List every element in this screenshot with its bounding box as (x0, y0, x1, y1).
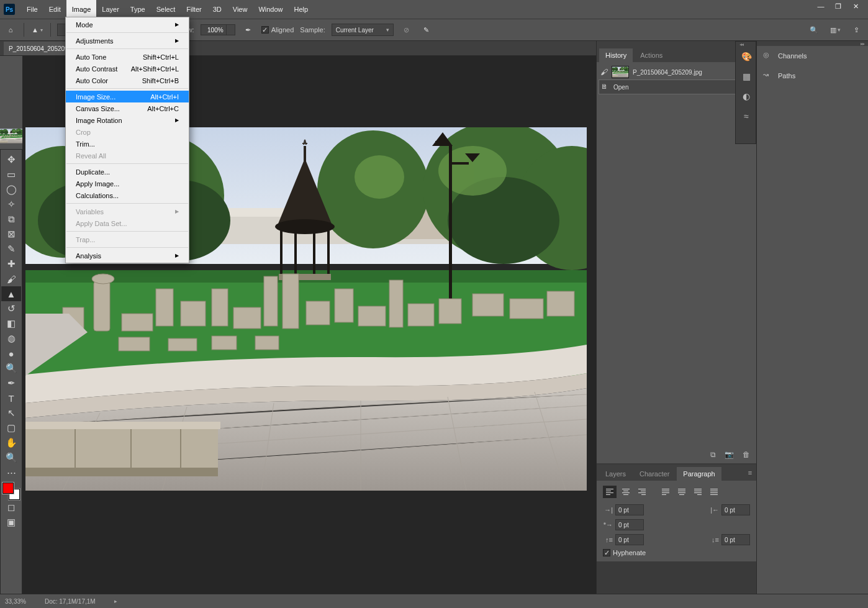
dodge-tool[interactable]: 🔍 (1, 361, 21, 376)
delete-state-icon[interactable]: 🗑 (743, 450, 750, 459)
clone-stamp-tool[interactable]: ▲ (1, 286, 21, 301)
tab-paragraph[interactable]: Paragraph (677, 467, 721, 481)
blur-tool[interactable]: ● (1, 346, 21, 361)
menu-type[interactable]: Type (125, 0, 151, 19)
tab-character[interactable]: Character (633, 467, 676, 481)
image-menu-canvas-size[interactable]: Canvas Size...Alt+Ctrl+C (66, 102, 189, 114)
quick-mask-toggle[interactable]: ◻ (1, 500, 21, 515)
search-icon[interactable]: 🔍 (807, 23, 821, 37)
magic-wand-tool[interactable]: ✧ (1, 197, 21, 212)
home-icon[interactable]: ⌂ (4, 23, 17, 37)
image-menu-adjustments[interactable]: Adjustments (66, 35, 189, 47)
collapsed-dock-expand-handle[interactable]: ◂◂ (736, 42, 756, 47)
styles-panel-icon[interactable]: ≈ (736, 106, 757, 126)
airbrush-icon[interactable]: ✒ (242, 23, 255, 37)
justify-all-button[interactable] (707, 486, 721, 498)
workspace-icon[interactable]: ▥▾ (828, 23, 842, 37)
image-menu-calculations[interactable]: Calculations... (66, 189, 189, 201)
align-left-button[interactable] (603, 486, 617, 498)
menu-view[interactable]: View (227, 0, 253, 19)
space-after-field[interactable]: 0 pt (721, 534, 750, 545)
justify-last-center-button[interactable] (675, 486, 689, 498)
hand-tool[interactable]: ✋ (1, 435, 21, 450)
image-menu-duplicate[interactable]: Duplicate... (66, 166, 189, 178)
menu-select[interactable]: Select (151, 0, 181, 19)
hyphenate-checkbox[interactable]: ✓ Hyphenate (603, 549, 750, 556)
paths-panel-button[interactable]: ↝ Paths (757, 66, 868, 86)
minimize-button[interactable]: — (812, 0, 830, 12)
menu-layer[interactable]: Layer (96, 0, 125, 19)
foreground-color[interactable] (2, 483, 14, 494)
image-menu-mode[interactable]: Mode (66, 19, 189, 30)
maximize-button[interactable]: ❐ (830, 0, 847, 12)
eraser-tool[interactable]: ◧ (1, 316, 21, 331)
tab-actions[interactable]: Actions (634, 48, 669, 62)
menu-file[interactable]: File (21, 0, 43, 19)
new-snapshot-icon[interactable]: 📷 (725, 450, 734, 459)
tab-layers[interactable]: Layers (599, 467, 632, 481)
rectangle-tool[interactable]: ▢ (1, 420, 21, 435)
justify-last-left-button[interactable] (659, 486, 672, 498)
dock-collapse-handle[interactable]: ▸▸ (597, 41, 756, 46)
path-selection-tool[interactable]: ↖ (1, 406, 21, 420)
document-tab[interactable]: P_20150604_205209 (4, 42, 73, 55)
justify-last-right-button[interactable] (691, 486, 705, 498)
zoom-tool[interactable]: 🔍 (1, 450, 21, 465)
healing-brush-tool[interactable]: ✚ (1, 256, 21, 271)
align-right-button[interactable] (635, 486, 649, 498)
screen-mode-toggle[interactable]: ▣ (1, 515, 21, 530)
far-right-collapse-handle[interactable]: ▸▸ (757, 41, 868, 46)
history-state-open[interactable]: 🗎 Open (599, 79, 754, 94)
first-line-field[interactable]: 0 pt (615, 519, 644, 530)
image-menu-apply-image[interactable]: Apply Image... (66, 178, 189, 189)
menu-help[interactable]: Help (289, 0, 314, 19)
image-menu-image-size[interactable]: Image Size...Alt+Ctrl+I (66, 91, 189, 102)
swatches-panel-icon[interactable]: ▦ (736, 66, 757, 86)
edit-toolbar[interactable]: ⋯ (1, 465, 21, 480)
flow-field[interactable]: 100% (201, 24, 227, 35)
lasso-tool[interactable]: ◯ (1, 182, 21, 197)
color-swatches[interactable] (2, 483, 20, 500)
new-snapshot-from-state-icon[interactable]: ⧉ (710, 450, 716, 459)
sample-select[interactable]: Current Layer▾ (332, 24, 394, 36)
color-panel-icon[interactable]: 🎨 (736, 47, 757, 66)
paragraph-panel-menu-icon[interactable]: ≡ (746, 465, 754, 481)
align-center-button[interactable] (619, 486, 633, 498)
image-menu-trim[interactable]: Trim... (66, 138, 189, 150)
status-more-icon[interactable]: ▸ (114, 598, 117, 604)
aligned-checkbox[interactable]: ✓ Aligned (261, 26, 294, 34)
image-menu-auto-contrast[interactable]: Auto ContrastAlt+Shift+Ctrl+L (66, 63, 189, 75)
eyedropper-tool[interactable]: ✎ (1, 242, 21, 256)
menu-window[interactable]: Window (253, 0, 288, 19)
indent-right-field[interactable]: 0 pt (721, 504, 750, 515)
tool-preset-picker[interactable]: ▲ (30, 23, 44, 37)
menu-filter[interactable]: Filter (181, 0, 207, 19)
flow-dropdown[interactable] (227, 24, 235, 35)
image-menu-analysis[interactable]: Analysis (66, 250, 189, 261)
history-source-row[interactable]: 🖌 P_20150604_205209.jpg (597, 65, 756, 79)
frame-tool[interactable]: ⊠ (1, 227, 21, 242)
gradient-tool[interactable]: ◍ (1, 331, 21, 346)
image-menu-auto-color[interactable]: Auto ColorShift+Ctrl+B (66, 75, 189, 86)
image-menu-image-rotation[interactable]: Image Rotation (66, 114, 189, 126)
ignore-adjustment-icon[interactable]: ⊘ (400, 23, 414, 37)
image-menu-auto-tone[interactable]: Auto ToneShift+Ctrl+L (66, 51, 189, 63)
pressure-size-icon[interactable]: ✎ (420, 23, 433, 37)
channels-panel-button[interactable]: ◎ Channels (757, 46, 868, 66)
indent-left-field[interactable]: 0 pt (615, 504, 644, 515)
menu-edit[interactable]: Edit (43, 0, 66, 19)
close-button[interactable]: ✕ (847, 0, 864, 12)
adjustments-panel-icon[interactable]: ◐ (736, 86, 757, 106)
tab-history[interactable]: History (599, 48, 633, 62)
menu-image[interactable]: Image (66, 0, 97, 19)
menu-3d[interactable]: 3D (207, 0, 227, 19)
brush-tool[interactable]: 🖌 (1, 271, 21, 286)
space-before-field[interactable]: 0 pt (615, 534, 644, 545)
history-brush-tool[interactable]: ↺ (1, 301, 21, 316)
share-icon[interactable]: ⇪ (849, 23, 863, 37)
pen-tool[interactable]: ✒ (1, 376, 21, 391)
crop-tool[interactable]: ⧉ (1, 212, 21, 227)
zoom-level[interactable]: 33,33% (5, 598, 26, 605)
document-size-label[interactable]: Doc: 17,1M/17,1M (45, 598, 96, 605)
floating-preview-thumb[interactable] (0, 127, 22, 145)
